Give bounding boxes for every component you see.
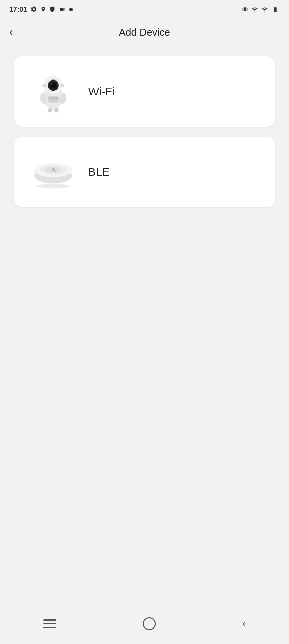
content-area: Wi-Fi 小话 BLE	[0, 46, 289, 608]
wifi-device-label: Wi-Fi	[88, 85, 114, 98]
page-title: Add Device	[119, 27, 170, 38]
svg-rect-1	[48, 96, 59, 103]
camera-robot-icon	[31, 69, 76, 114]
svg-rect-2	[49, 98, 52, 99]
ble-device-label: BLE	[88, 166, 110, 179]
wifi-icon	[251, 6, 259, 13]
svg-rect-4	[56, 98, 58, 99]
location-icon	[40, 6, 46, 13]
nav-home-button[interactable]	[133, 613, 166, 634]
svg-rect-14	[48, 108, 52, 112]
svg-point-22	[52, 168, 54, 170]
svg-point-16	[36, 184, 70, 188]
status-bar: 17:01	[0, 0, 289, 18]
nav-back-button[interactable]: ‹	[232, 613, 256, 634]
wifi-device-image	[28, 66, 78, 117]
shield-icon	[49, 6, 55, 13]
header: ‹ Add Device	[0, 18, 289, 46]
ble-puck-icon: 小话	[31, 154, 76, 190]
ble-device-image: 小话	[28, 147, 78, 197]
ble-device-card[interactable]: 小话 BLE	[14, 137, 275, 207]
status-right	[242, 6, 280, 13]
dot-icon	[69, 8, 73, 11]
svg-rect-3	[52, 98, 55, 99]
signal-icon	[261, 6, 268, 13]
status-time: 17:01	[9, 5, 27, 13]
hamburger-icon	[43, 619, 56, 628]
nav-back-icon: ‹	[242, 617, 246, 630]
vibrate-icon	[242, 6, 248, 13]
svg-point-10	[42, 84, 46, 87]
svg-rect-15	[54, 108, 59, 112]
bottom-nav: ‹	[0, 608, 289, 644]
svg-point-9	[51, 83, 53, 85]
battery-icon	[271, 6, 280, 13]
wifi-device-card[interactable]: Wi-Fi	[14, 56, 275, 127]
settings-icon	[30, 6, 37, 13]
home-circle-icon	[143, 617, 156, 630]
video-icon	[58, 6, 66, 12]
nav-menu-button[interactable]	[33, 615, 66, 632]
status-left: 17:01	[9, 5, 73, 13]
svg-point-11	[60, 84, 64, 87]
back-button[interactable]: ‹	[9, 27, 13, 38]
